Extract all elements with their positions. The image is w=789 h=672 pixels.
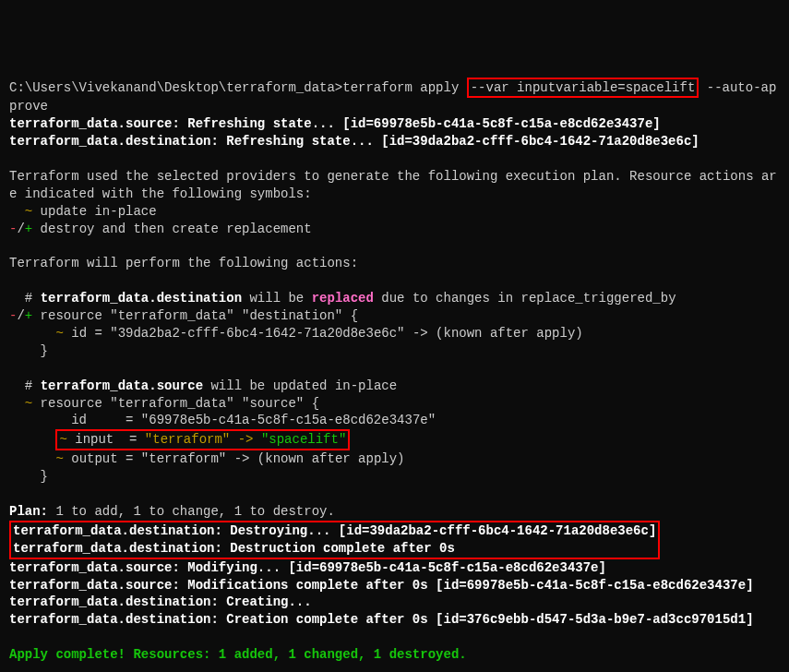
dest-comment: # terraform_data.destination will be rep… bbox=[9, 291, 676, 306]
src-input-line: ~ input = "terraform" -> "spacelift" bbox=[9, 432, 350, 447]
creation-complete-line: terraform_data.destination: Creation com… bbox=[9, 612, 754, 627]
src-resource-decl: ~ resource "terraform_data" "source" { bbox=[9, 396, 319, 411]
dest-resource-decl: -/+ resource "terraform_data" "destinati… bbox=[9, 308, 358, 323]
destroying-line: terraform_data.destination: Destroying..… bbox=[13, 523, 656, 538]
refresh-destination: terraform_data.destination: Refreshing s… bbox=[9, 134, 699, 149]
highlighted-input-change: ~ input = "terraform" -> "spacelift" bbox=[55, 429, 350, 450]
dest-close: } bbox=[9, 343, 48, 358]
src-id-line: id = "69978e5b-c41a-5c8f-c15a-e8cd62e343… bbox=[9, 413, 436, 427]
modifying-line: terraform_data.source: Modifying... [id=… bbox=[9, 560, 606, 575]
highlighted-var-flag: --var inputvariable=spacelift bbox=[467, 78, 699, 99]
highlighted-destroy-block: terraform_data.destination: Destroying..… bbox=[9, 521, 660, 559]
symbol-replace: -/+ destroy and then create replacement bbox=[9, 222, 312, 236]
creating-line: terraform_data.destination: Creating... bbox=[9, 594, 312, 609]
symbol-update: ~ update in-place bbox=[9, 204, 157, 219]
dest-id-line: ~ id = "39da2ba2-cfff-6bc4-1642-71a20d8e… bbox=[9, 326, 583, 341]
apply-complete: Apply complete! Resources: 1 added, 1 ch… bbox=[9, 647, 467, 662]
refresh-source: terraform_data.source: Refreshing state.… bbox=[9, 116, 661, 131]
prompt-line: C:\Users\Vivekanand\Desktop\terraform_da… bbox=[9, 80, 776, 114]
plan-summary: Plan: 1 to add, 1 to change, 1 to destro… bbox=[9, 504, 335, 519]
plan-intro: Terraform used the selected providers to… bbox=[9, 169, 777, 201]
src-comment: # terraform_data.source will be updated … bbox=[9, 378, 397, 393]
src-close: } bbox=[9, 469, 48, 484]
destruction-complete-line: terraform_data.destination: Destruction … bbox=[13, 541, 455, 556]
src-output-line: ~ output = "terraform" -> (known after a… bbox=[9, 451, 405, 466]
terminal-output: C:\Users\Vivekanand\Desktop\terraform_da… bbox=[9, 78, 780, 664]
modifications-complete-line: terraform_data.source: Modifications com… bbox=[9, 578, 754, 593]
actions-header: Terraform will perform the following act… bbox=[9, 256, 358, 270]
prompt: C:\Users\Vivekanand\Desktop\terraform_da… bbox=[9, 80, 467, 95]
